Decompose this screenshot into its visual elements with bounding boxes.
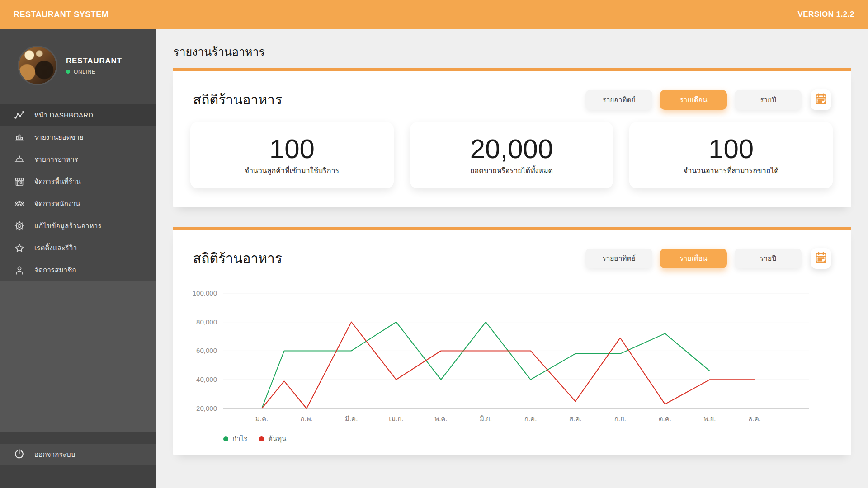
stat-value: 100 bbox=[708, 135, 754, 163]
online-status: ONLINE bbox=[66, 69, 122, 75]
logout-button[interactable]: ออกจากระบบ bbox=[0, 444, 156, 465]
svg-text:มี.ค.: มี.ค. bbox=[345, 415, 358, 422]
sidebar-item-label: เรตติ้งและรีวิว bbox=[34, 243, 77, 253]
profile: RESTAURANT ONLINE bbox=[0, 47, 156, 104]
profile-info: RESTAURANT ONLINE bbox=[66, 56, 122, 75]
stat-label: จำนวนอาหารที่สามารถขายได้ bbox=[684, 165, 779, 176]
legend-dot-profit bbox=[223, 436, 228, 441]
sidebar-item-label: หน้า DASHBOARD bbox=[34, 110, 93, 121]
sidebar: RESTAURANT ONLINE หน้า DASHBOARD รายงานย… bbox=[0, 29, 156, 488]
yearly-button[interactable]: รายปี bbox=[735, 249, 802, 268]
stat-cards-row: 100 จำนวนลูกค้าที่เข้ามาใช้บริการ 20,000… bbox=[173, 110, 851, 207]
yearly-button[interactable]: รายปี bbox=[735, 90, 802, 110]
svg-text:80,000: 80,000 bbox=[196, 318, 217, 326]
svg-text:20,000: 20,000 bbox=[196, 404, 217, 412]
version-label: VERSION 1.2.2 bbox=[797, 10, 854, 19]
sidebar-item-staff-management[interactable]: จัดการพนักงาน bbox=[0, 192, 156, 215]
sidebar-item-member-management[interactable]: จัดการสมาชิก bbox=[0, 259, 156, 281]
topbar: RESTAURANT SYSTEM VERSION 1.2.2 bbox=[0, 0, 868, 29]
sidebar-item-ratings-reviews[interactable]: เรตติ้งและรีวิว bbox=[0, 237, 156, 259]
sidebar-item-label: จัดการพื้นที่ร้าน bbox=[34, 176, 81, 187]
star-icon bbox=[14, 242, 25, 254]
svg-text:เม.ย.: เม.ย. bbox=[389, 415, 403, 422]
svg-text:ก.ค.: ก.ค. bbox=[524, 415, 537, 422]
online-status-label: ONLINE bbox=[74, 69, 95, 75]
section-title: สถิติร้านอาหาร bbox=[193, 89, 282, 110]
calendar-icon bbox=[814, 251, 828, 266]
logout-label: ออกจากระบบ bbox=[34, 449, 75, 460]
sidebar-item-floor-management[interactable]: จัดการพื้นที่ร้าน bbox=[0, 170, 156, 192]
legend-dot-cost bbox=[259, 436, 264, 441]
power-icon bbox=[14, 448, 25, 461]
svg-text:40,000: 40,000 bbox=[196, 375, 217, 383]
legend-label: กำไร bbox=[232, 433, 247, 444]
section-title: สถิติร้านอาหาร bbox=[193, 248, 282, 269]
dashboard-icon bbox=[14, 109, 25, 121]
monthly-button[interactable]: รายเดือน bbox=[660, 249, 727, 268]
sidebar-item-dashboard[interactable]: หน้า DASHBOARD bbox=[0, 104, 156, 126]
bar-chart-icon bbox=[14, 131, 25, 143]
stat-value: 20,000 bbox=[470, 135, 553, 163]
app-brand: RESTAURANT SYSTEM bbox=[14, 10, 108, 19]
svg-text:มิ.ย.: มิ.ย. bbox=[480, 415, 492, 422]
sidebar-item-food-list[interactable]: รายการอาหาร bbox=[0, 148, 156, 170]
stats-panel-header: สถิติร้านอาหาร รายอาทิตย์ รายเดือน รายปี bbox=[173, 71, 851, 110]
sidebar-item-label: จัดการพนักงาน bbox=[34, 198, 80, 209]
member-icon bbox=[14, 264, 25, 276]
sidebar-top: RESTAURANT ONLINE หน้า DASHBOARD รายงานย… bbox=[0, 29, 156, 281]
sidebar-item-sales-report[interactable]: รายงานยอดขาย bbox=[0, 126, 156, 148]
avatar bbox=[19, 47, 56, 84]
profile-name: RESTAURANT bbox=[66, 56, 122, 66]
stat-label: ยอดขายหรือรายได้ทั้งหมด bbox=[470, 165, 553, 176]
sidebar-item-label: จัดการสมาชิก bbox=[34, 265, 76, 276]
calendar-button[interactable] bbox=[811, 89, 831, 110]
sidebar-footer: ออกจากระบบ bbox=[0, 432, 156, 488]
stats-panel: สถิติร้านอาหาร รายอาทิตย์ รายเดือน รายปี… bbox=[173, 68, 851, 207]
weekly-button[interactable]: รายอาทิตย์ bbox=[585, 249, 652, 268]
calendar-button[interactable] bbox=[811, 248, 831, 269]
svg-text:พ.ค.: พ.ค. bbox=[434, 415, 447, 422]
stat-card-customers: 100 จำนวนลูกค้าที่เข้ามาใช้บริการ bbox=[190, 122, 394, 188]
monthly-button[interactable]: รายเดือน bbox=[660, 90, 727, 110]
calendar-icon bbox=[814, 92, 828, 107]
sidebar-item-label: รายงานยอดขาย bbox=[34, 132, 84, 143]
sidebar-item-label: แก้ไขข้อมูลร้านอาหาร bbox=[34, 221, 102, 231]
main-content: รายงานร้านอาหาร สถิติร้านอาหาร รายอาทิตย… bbox=[156, 29, 868, 488]
stat-label: จำนวนลูกค้าที่เข้ามาใช้บริการ bbox=[245, 165, 340, 176]
cloche-icon bbox=[14, 154, 25, 165]
line-chart[interactable]: 20,00040,00060,00080,000100,000ม.ค.ก.พ.ม… bbox=[189, 285, 851, 431]
stat-value: 100 bbox=[269, 135, 315, 163]
chart-panel-header: สถิติร้านอาหาร รายอาทิตย์ รายเดือน รายปี bbox=[173, 230, 851, 269]
svg-text:ส.ค.: ส.ค. bbox=[569, 415, 582, 422]
svg-text:100,000: 100,000 bbox=[193, 289, 217, 297]
legend-label: ต้นทุน bbox=[268, 433, 286, 444]
page-title: รายงานร้านอาหาร bbox=[173, 42, 851, 61]
svg-text:ธ.ค.: ธ.ค. bbox=[748, 415, 761, 422]
legend-item-cost: ต้นทุน bbox=[259, 433, 286, 444]
stat-card-dishes: 100 จำนวนอาหารที่สามารถขายได้ bbox=[629, 122, 833, 188]
svg-text:พ.ย.: พ.ย. bbox=[703, 415, 716, 422]
staff-icon bbox=[14, 198, 25, 210]
svg-text:ก.พ.: ก.พ. bbox=[300, 415, 312, 422]
online-status-dot bbox=[66, 70, 70, 74]
chart-legend: กำไร ต้นทุน bbox=[223, 433, 851, 455]
weekly-button[interactable]: รายอาทิตย์ bbox=[585, 90, 652, 110]
sidebar-item-edit-restaurant[interactable]: แก้ไขข้อมูลร้านอาหาร bbox=[0, 215, 156, 237]
gear-icon bbox=[14, 220, 25, 232]
sidebar-menu: หน้า DASHBOARD รายงานยอดขาย รายการอาหาร … bbox=[0, 104, 156, 281]
storefront-icon bbox=[14, 176, 25, 188]
chart-panel: สถิติร้านอาหาร รายอาทิตย์ รายเดือน รายปี… bbox=[173, 227, 851, 455]
svg-text:ก.ย.: ก.ย. bbox=[614, 415, 626, 422]
legend-item-profit: กำไร bbox=[223, 433, 247, 444]
svg-text:60,000: 60,000 bbox=[196, 347, 217, 354]
stat-card-revenue: 20,000 ยอดขายหรือรายได้ทั้งหมด bbox=[410, 122, 613, 188]
svg-text:ต.ค.: ต.ค. bbox=[659, 415, 671, 422]
svg-text:ม.ค.: ม.ค. bbox=[255, 415, 268, 422]
sidebar-item-label: รายการอาหาร bbox=[34, 154, 78, 165]
